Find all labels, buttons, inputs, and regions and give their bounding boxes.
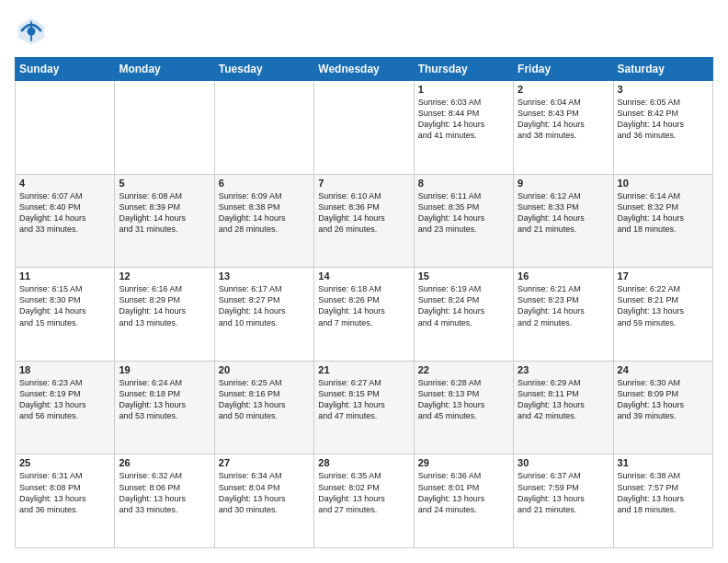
- day-number: 21: [318, 364, 409, 375]
- table-row: 12Sunrise: 6:16 AM Sunset: 8:29 PM Dayli…: [115, 268, 214, 362]
- table-row: [214, 81, 313, 175]
- day-number: 28: [318, 457, 409, 468]
- day-detail: Sunrise: 6:05 AM Sunset: 8:42 PM Dayligh…: [618, 97, 709, 142]
- table-row: 8Sunrise: 6:11 AM Sunset: 8:35 PM Daylig…: [414, 174, 513, 268]
- day-detail: Sunrise: 6:10 AM Sunset: 8:36 PM Dayligh…: [318, 190, 409, 236]
- day-detail: Sunrise: 6:04 AM Sunset: 8:43 PM Dayligh…: [518, 97, 609, 142]
- generalblue-icon: [15, 15, 48, 48]
- table-row: 23Sunrise: 6:29 AM Sunset: 8:11 PM Dayli…: [514, 361, 613, 454]
- table-row: [314, 81, 414, 175]
- table-row: 30Sunrise: 6:37 AM Sunset: 7:59 PM Dayli…: [514, 454, 613, 548]
- day-detail: Sunrise: 6:31 AM Sunset: 8:08 PM Dayligh…: [19, 470, 110, 515]
- day-detail: Sunrise: 6:11 AM Sunset: 8:35 PM Dayligh…: [418, 190, 509, 236]
- day-detail: Sunrise: 6:36 AM Sunset: 8:01 PM Dayligh…: [418, 470, 509, 515]
- day-detail: Sunrise: 6:37 AM Sunset: 7:59 PM Dayligh…: [518, 470, 609, 515]
- header: [15, 15, 713, 48]
- day-detail: Sunrise: 6:08 AM Sunset: 8:39 PM Dayligh…: [119, 190, 210, 236]
- col-tuesday: Tuesday: [214, 58, 313, 81]
- col-monday: Monday: [115, 58, 214, 81]
- table-row: 4Sunrise: 6:07 AM Sunset: 8:40 PM Daylig…: [16, 174, 115, 268]
- day-number: 23: [518, 364, 609, 375]
- day-detail: Sunrise: 6:17 AM Sunset: 8:27 PM Dayligh…: [219, 283, 310, 328]
- day-detail: Sunrise: 6:27 AM Sunset: 8:15 PM Dayligh…: [318, 377, 409, 422]
- calendar-week-row: 4Sunrise: 6:07 AM Sunset: 8:40 PM Daylig…: [16, 174, 713, 268]
- table-row: 5Sunrise: 6:08 AM Sunset: 8:39 PM Daylig…: [115, 174, 214, 268]
- table-row: 21Sunrise: 6:27 AM Sunset: 8:15 PM Dayli…: [314, 361, 414, 454]
- table-row: 24Sunrise: 6:30 AM Sunset: 8:09 PM Dayli…: [613, 361, 712, 454]
- table-row: 10Sunrise: 6:14 AM Sunset: 8:32 PM Dayli…: [613, 174, 712, 268]
- day-number: 24: [618, 364, 709, 375]
- day-number: 10: [618, 178, 709, 189]
- col-friday: Friday: [514, 58, 613, 81]
- day-number: 19: [119, 364, 210, 375]
- table-row: 29Sunrise: 6:36 AM Sunset: 8:01 PM Dayli…: [414, 454, 513, 548]
- col-sunday: Sunday: [16, 58, 115, 81]
- day-number: 6: [219, 178, 310, 189]
- day-number: 13: [219, 270, 310, 282]
- day-detail: Sunrise: 6:09 AM Sunset: 8:38 PM Dayligh…: [219, 190, 310, 236]
- table-row: 11Sunrise: 6:15 AM Sunset: 8:30 PM Dayli…: [16, 268, 115, 362]
- day-detail: Sunrise: 6:24 AM Sunset: 8:18 PM Dayligh…: [119, 377, 210, 422]
- day-number: 22: [418, 364, 509, 375]
- day-number: 9: [518, 178, 609, 189]
- day-detail: Sunrise: 6:07 AM Sunset: 8:40 PM Dayligh…: [19, 190, 110, 236]
- day-detail: Sunrise: 6:25 AM Sunset: 8:16 PM Dayligh…: [219, 377, 310, 422]
- day-number: 2: [518, 84, 609, 95]
- day-detail: Sunrise: 6:35 AM Sunset: 8:02 PM Dayligh…: [318, 470, 409, 515]
- day-detail: Sunrise: 6:12 AM Sunset: 8:33 PM Dayligh…: [518, 190, 609, 236]
- table-row: 20Sunrise: 6:25 AM Sunset: 8:16 PM Dayli…: [214, 361, 313, 454]
- logo-area: [15, 15, 51, 48]
- table-row: 9Sunrise: 6:12 AM Sunset: 8:33 PM Daylig…: [514, 174, 613, 268]
- table-row: 13Sunrise: 6:17 AM Sunset: 8:27 PM Dayli…: [214, 268, 313, 362]
- day-detail: Sunrise: 6:14 AM Sunset: 8:32 PM Dayligh…: [618, 190, 709, 236]
- day-number: 26: [119, 457, 210, 468]
- day-detail: Sunrise: 6:19 AM Sunset: 8:24 PM Dayligh…: [418, 283, 509, 328]
- day-number: 29: [418, 457, 509, 468]
- table-row: 28Sunrise: 6:35 AM Sunset: 8:02 PM Dayli…: [314, 454, 414, 548]
- table-row: 6Sunrise: 6:09 AM Sunset: 8:38 PM Daylig…: [214, 174, 313, 268]
- day-detail: Sunrise: 6:18 AM Sunset: 8:26 PM Dayligh…: [318, 283, 409, 328]
- day-detail: Sunrise: 6:22 AM Sunset: 8:21 PM Dayligh…: [618, 283, 709, 328]
- table-row: 16Sunrise: 6:21 AM Sunset: 8:23 PM Dayli…: [514, 268, 613, 362]
- calendar-week-row: 11Sunrise: 6:15 AM Sunset: 8:30 PM Dayli…: [16, 268, 713, 362]
- table-row: 27Sunrise: 6:34 AM Sunset: 8:04 PM Dayli…: [214, 454, 313, 548]
- day-number: 31: [618, 457, 709, 468]
- day-number: 17: [618, 270, 709, 282]
- table-row: 1Sunrise: 6:03 AM Sunset: 8:44 PM Daylig…: [414, 81, 513, 175]
- svg-point-1: [28, 28, 36, 36]
- table-row: 25Sunrise: 6:31 AM Sunset: 8:08 PM Dayli…: [16, 454, 115, 548]
- day-number: 7: [318, 178, 409, 189]
- table-row: 15Sunrise: 6:19 AM Sunset: 8:24 PM Dayli…: [414, 268, 513, 362]
- day-detail: Sunrise: 6:16 AM Sunset: 8:29 PM Dayligh…: [119, 283, 210, 328]
- day-number: 30: [518, 457, 609, 468]
- day-number: 11: [19, 270, 110, 282]
- day-detail: Sunrise: 6:30 AM Sunset: 8:09 PM Dayligh…: [618, 377, 709, 422]
- calendar-table: Sunday Monday Tuesday Wednesday Thursday…: [15, 57, 713, 548]
- day-number: 5: [119, 178, 210, 189]
- day-number: 20: [219, 364, 310, 375]
- day-detail: Sunrise: 6:29 AM Sunset: 8:11 PM Dayligh…: [518, 377, 609, 422]
- day-detail: Sunrise: 6:34 AM Sunset: 8:04 PM Dayligh…: [219, 470, 310, 515]
- page: Sunday Monday Tuesday Wednesday Thursday…: [0, 0, 728, 563]
- col-wednesday: Wednesday: [314, 58, 414, 81]
- table-row: 26Sunrise: 6:32 AM Sunset: 8:06 PM Dayli…: [115, 454, 214, 548]
- day-number: 8: [418, 178, 509, 189]
- col-thursday: Thursday: [414, 58, 513, 81]
- day-number: 25: [19, 457, 110, 468]
- day-number: 3: [618, 84, 709, 95]
- day-number: 15: [418, 270, 509, 282]
- day-number: 27: [219, 457, 310, 468]
- day-number: 4: [19, 178, 110, 189]
- table-row: 14Sunrise: 6:18 AM Sunset: 8:26 PM Dayli…: [314, 268, 414, 362]
- day-number: 18: [19, 364, 110, 375]
- day-detail: Sunrise: 6:21 AM Sunset: 8:23 PM Dayligh…: [518, 283, 609, 328]
- calendar-week-row: 25Sunrise: 6:31 AM Sunset: 8:08 PM Dayli…: [16, 454, 713, 548]
- table-row: 19Sunrise: 6:24 AM Sunset: 8:18 PM Dayli…: [115, 361, 214, 454]
- table-row: 17Sunrise: 6:22 AM Sunset: 8:21 PM Dayli…: [613, 268, 712, 362]
- day-detail: Sunrise: 6:23 AM Sunset: 8:19 PM Dayligh…: [19, 377, 110, 422]
- day-number: 16: [518, 270, 609, 282]
- calendar-header-row: Sunday Monday Tuesday Wednesday Thursday…: [16, 58, 713, 81]
- table-row: 22Sunrise: 6:28 AM Sunset: 8:13 PM Dayli…: [414, 361, 513, 454]
- table-row: [16, 81, 115, 175]
- day-detail: Sunrise: 6:15 AM Sunset: 8:30 PM Dayligh…: [19, 283, 110, 328]
